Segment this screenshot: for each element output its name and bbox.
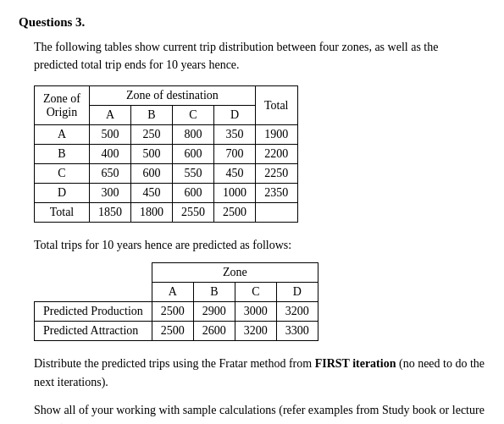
table-row: D 300 450 600 1000 2350 [35, 184, 298, 203]
page-heading: Questions 3. [19, 15, 485, 30]
zone-header: Zone [152, 263, 318, 283]
table-row: B 400 500 600 700 2200 [35, 145, 298, 164]
table2-intro: Total trips for 10 years hence are predi… [34, 236, 485, 254]
table-row: C 650 600 550 450 2250 [35, 164, 298, 184]
zone-b-label: B [35, 145, 90, 164]
col-a-header: A [89, 106, 130, 125]
zone-a-label: A [35, 125, 90, 145]
zone-of-destination-header: Zone of destination [89, 86, 255, 106]
zone-d-label: D [35, 184, 90, 203]
zone-d-col: D [276, 283, 318, 302]
instruction1: Distribute the predicted trips using the… [34, 355, 485, 393]
total-header: Total [255, 86, 297, 125]
total-row-label: Total [35, 203, 90, 223]
zone-c-label: C [35, 164, 90, 184]
predicted-trips-table: Zone A B C D Predicted Production 2500 2… [34, 262, 318, 341]
col-c-header: C [172, 106, 213, 125]
table-row: Predicted Attraction 2500 2600 3200 3300 [35, 322, 318, 341]
instruction1-bold: FIRST iteration [315, 357, 396, 370]
col-b-header: B [130, 106, 172, 125]
col-d-header: D [213, 106, 255, 125]
table-row-total: Total 1850 1800 2550 2500 [35, 203, 298, 223]
table-row: Predicted Production 2500 2900 3000 3200 [35, 302, 318, 322]
predicted-attraction-label: Predicted Attraction [35, 322, 152, 341]
zone-c-col: C [235, 283, 276, 302]
instruction1-pre: Distribute the predicted trips using the… [34, 357, 315, 370]
table-row: A 500 250 800 350 1900 [35, 125, 298, 145]
row-header: Zone ofOrigin [35, 86, 90, 125]
instruction2: Show all of your working with sample cal… [34, 401, 485, 424]
zone-a-col: A [152, 283, 193, 302]
trip-distribution-table: Zone ofOrigin Zone of destination Total … [34, 85, 298, 223]
intro-paragraph: The following tables show current trip d… [34, 38, 485, 74]
predicted-production-label: Predicted Production [35, 302, 152, 322]
zone-b-col: B [193, 283, 235, 302]
